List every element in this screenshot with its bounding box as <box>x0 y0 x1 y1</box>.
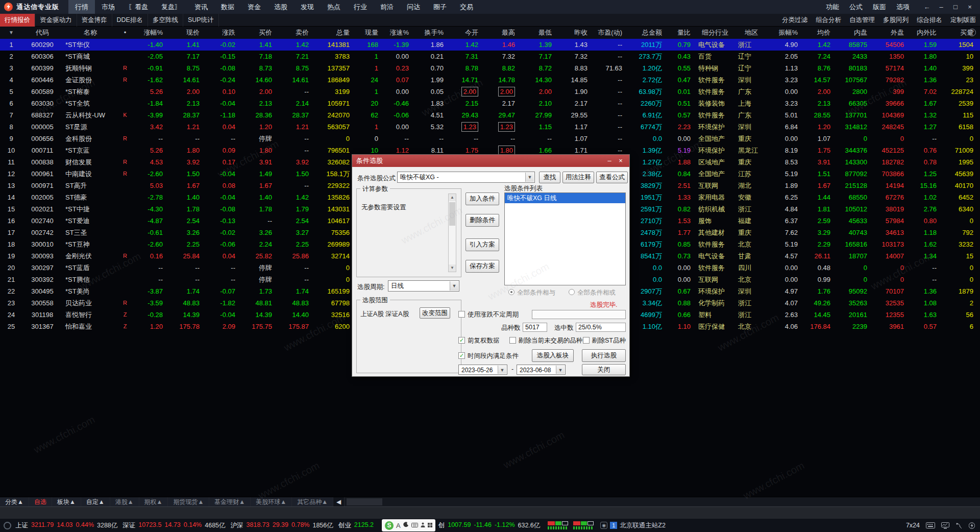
sort-indicator-icon[interactable]: ▼ <box>0 27 22 39</box>
footer-tab-5[interactable]: 期权▲ <box>139 497 168 506</box>
menu-item-0[interactable]: 行情 <box>68 0 95 14</box>
footer-tab-input[interactable] <box>347 498 382 505</box>
keyboard-icon[interactable] <box>926 522 935 528</box>
params-scrollbar[interactable]: ▲ ▼ <box>448 194 456 272</box>
table-row[interactable]: 1600290*ST华仪-1.401.41-0.021.411.42141381… <box>0 39 980 51</box>
hub-icon[interactable]: ◉ <box>600 522 607 529</box>
table-row[interactable]: 2600306*ST商城-2.057.17-0.157.187.21378310… <box>0 51 980 62</box>
column-header-19[interactable]: 细分行业 <box>695 27 735 39</box>
date-from-combobox[interactable]: 2023-05-26 ▼ <box>458 365 507 375</box>
column-header-6[interactable]: 买价 <box>240 27 277 39</box>
restore-icon[interactable]: □ <box>948 3 963 11</box>
column-header-5[interactable]: 涨跌 <box>204 27 240 39</box>
back-icon[interactable]: ← <box>920 3 934 11</box>
menu-item-13[interactable]: 圈子 <box>427 0 453 14</box>
column-header-3[interactable]: 涨幅% <box>132 27 167 39</box>
table-row[interactable]: 4600446金证股份R-1.6214.61-0.2414.6014.61186… <box>0 74 980 86</box>
table-row[interactable]: 7688327云从科技-UWK-3.9928.37-1.1828.3628.37… <box>0 109 980 121</box>
table-row[interactable]: 3600399抚顺特钢R-0.918.75-0.088.738.75137357… <box>0 62 980 74</box>
ime-toolbar[interactable]: SA <box>382 519 435 531</box>
column-header-7[interactable]: 卖价 <box>277 27 313 39</box>
menu-right-2[interactable]: 版面 <box>868 0 891 14</box>
adjusted-data-checkbox[interactable]: ✓ <box>458 337 465 344</box>
dialog-close-icon[interactable]: × <box>615 155 626 167</box>
column-header-14[interactable]: 最低 <box>520 27 556 39</box>
menu-item-2[interactable]: 〖看盘 <box>121 0 155 14</box>
toolbar-tool-1[interactable]: 组合分析 <box>812 14 845 27</box>
menu-item-11[interactable]: 前沿 <box>374 0 400 14</box>
ime-skin-moon-icon[interactable] <box>403 522 409 529</box>
toolbar-tab-4[interactable]: 多空阵线 <box>148 14 183 27</box>
irregular-period-checkbox[interactable] <box>458 311 465 318</box>
condition-listbox[interactable]: 唯快不破XG 日线 <box>504 192 626 285</box>
menu-item-1[interactable]: 市场 <box>95 0 121 14</box>
column-header-13[interactable]: 最高 <box>483 27 520 39</box>
usage-note-button[interactable]: 用法注释 <box>562 172 594 183</box>
table-row[interactable]: 8000005ST星源3.421.210.041.201.2156305710.… <box>0 121 980 133</box>
menu-item-5[interactable]: 数据 <box>214 0 241 14</box>
power-bolt-icon[interactable] <box>969 522 975 529</box>
toolbar-tool-0[interactable]: 分类过滤 <box>778 14 812 27</box>
table-row[interactable]: 6603030*ST全筑-1.842.13-0.042.132.14105971… <box>0 98 980 109</box>
toolbar-tool-3[interactable]: 多股同列 <box>879 14 913 27</box>
footer-tab-0[interactable]: 分类▲ <box>0 497 29 506</box>
radio-all-and[interactable] <box>508 289 514 295</box>
menu-item-3[interactable]: 复盘〗 <box>155 0 188 14</box>
toolbar-tab-0[interactable]: 行情报价 <box>0 14 35 27</box>
irregular-period-input[interactable] <box>532 310 626 319</box>
column-header-2[interactable]: • <box>118 27 132 39</box>
footer-tab-8[interactable]: 美股环球▲ <box>251 497 292 506</box>
menu-item-10[interactable]: 行业 <box>347 0 374 14</box>
toolbar-tab-3[interactable]: DDE排名 <box>112 14 148 27</box>
menu-item-9[interactable]: 热点 <box>321 0 347 14</box>
menu-item-7[interactable]: 选股 <box>267 0 294 14</box>
menu-item-6[interactable]: 资金 <box>241 0 267 14</box>
menu-right-1[interactable]: 公式 <box>844 0 868 14</box>
dialog-title-bar[interactable]: 条件选股 – × <box>352 155 629 167</box>
minimize-icon[interactable]: – <box>934 3 948 11</box>
toolbar-tool-4[interactable]: 综合排名 <box>913 14 946 27</box>
ime-keyboard-icon[interactable] <box>411 522 418 529</box>
view-formula-button[interactable]: 查看公式 <box>596 172 628 183</box>
footer-tab-7[interactable]: 基金理财▲ <box>209 497 251 506</box>
table-row[interactable]: 9000656金科股份R------停牌--00----------1.07--… <box>0 133 980 144</box>
menu-right-0[interactable]: 功能 <box>821 0 844 14</box>
change-scope-button[interactable]: 改变范围 <box>420 307 450 319</box>
satellite-icon[interactable] <box>955 522 963 529</box>
import-plan-button[interactable]: 引入方案 <box>465 238 499 251</box>
chevron-down-icon[interactable]: ▼ <box>556 366 565 374</box>
connection-status-icon[interactable] <box>4 522 11 529</box>
column-header-12[interactable]: 今开 <box>448 27 483 39</box>
column-header-25[interactable]: 内外比 <box>909 27 941 39</box>
add-condition-button[interactable]: 加入条件 <box>465 192 499 205</box>
column-header-18[interactable]: 量比 <box>667 27 695 39</box>
timerange-checkbox[interactable]: ✓ <box>458 352 465 359</box>
toolbar-tab-1[interactable]: 资金驱动力 <box>35 14 77 27</box>
dialog-minimize-icon[interactable]: – <box>604 155 615 167</box>
column-header-22[interactable]: 均价 <box>802 27 835 39</box>
column-header-9[interactable]: 现量 <box>354 27 383 39</box>
close-icon[interactable]: × <box>963 3 977 11</box>
column-header-24[interactable]: 外盘 <box>872 27 909 39</box>
column-header-0[interactable]: 代码 <box>22 27 62 39</box>
column-header-4[interactable]: 现价 <box>167 27 204 39</box>
table-row[interactable]: 5600589*ST榕泰5.262.000.102.00--319910.000… <box>0 86 980 98</box>
toolbar-tab-5[interactable]: SUP统计 <box>183 14 219 27</box>
menu-item-8[interactable]: 发现 <box>294 0 321 14</box>
header-help-icon[interactable]: ? <box>968 29 976 36</box>
scroll-thumb[interactable] <box>449 202 455 226</box>
chevron-down-icon[interactable]: ▼ <box>525 173 534 182</box>
footer-tab-9[interactable]: 其它品种▲ <box>292 497 333 506</box>
column-header-21[interactable]: 振幅% <box>768 27 802 39</box>
column-header-1[interactable]: 名称 <box>62 27 118 39</box>
menu-item-14[interactable]: 交易 <box>453 0 480 14</box>
chevron-down-icon[interactable]: ▼ <box>450 281 458 291</box>
menu-right-3[interactable]: 选项 <box>891 0 915 14</box>
save-plan-button[interactable]: 保存方案 <box>465 260 499 273</box>
column-header-11[interactable]: 换手% <box>413 27 448 39</box>
period-combobox[interactable]: 日线 ▼ <box>388 280 459 292</box>
column-header-23[interactable]: 内盘 <box>835 27 872 39</box>
footer-tab-4[interactable]: 港股▲ <box>110 497 139 506</box>
column-header-20[interactable]: 地区 <box>735 27 768 39</box>
menu-item-12[interactable]: 问达 <box>400 0 427 14</box>
